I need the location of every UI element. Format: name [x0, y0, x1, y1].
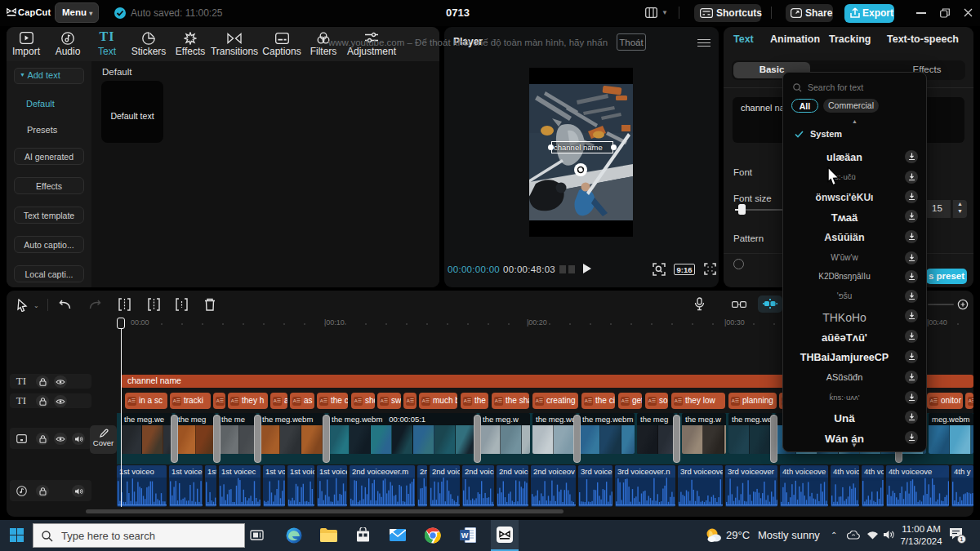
svg-text:W: W	[461, 531, 469, 540]
